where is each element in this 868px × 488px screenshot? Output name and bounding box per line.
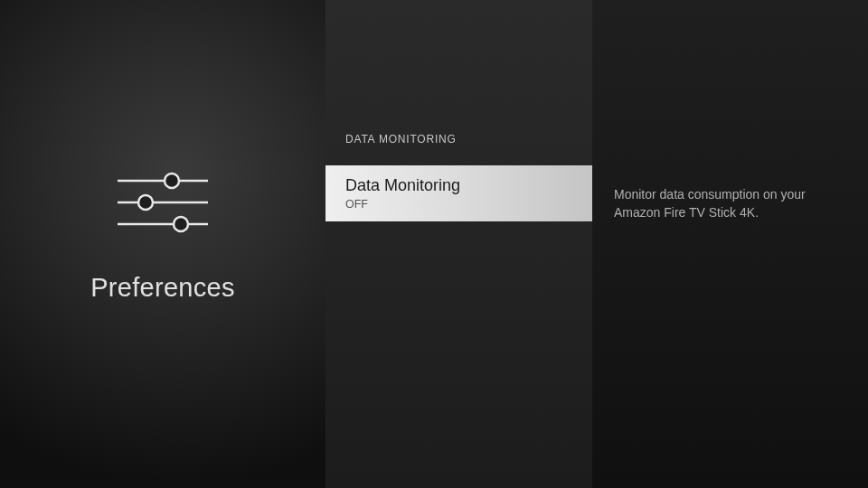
section-header: DATA MONITORING	[326, 0, 592, 145]
svg-point-1	[165, 174, 179, 188]
data-monitoring-option[interactable]: Data Monitoring OFF	[326, 165, 592, 221]
preferences-sliders-icon	[108, 168, 217, 240]
settings-screen: Preferences DATA MONITORING Data Monitor…	[0, 0, 868, 488]
option-description: Monitor data consumption on your Amazon …	[592, 0, 868, 222]
category-title: Preferences	[90, 273, 235, 303]
svg-point-3	[138, 195, 153, 210]
option-title: Data Monitoring	[345, 176, 592, 195]
option-value: OFF	[345, 198, 592, 211]
description-panel: Monitor data consumption on your Amazon …	[592, 0, 868, 488]
options-panel: DATA MONITORING Data Monitoring OFF	[326, 0, 592, 488]
svg-point-5	[174, 217, 188, 231]
left-panel: Preferences	[0, 0, 326, 488]
left-content: Preferences	[90, 168, 235, 303]
